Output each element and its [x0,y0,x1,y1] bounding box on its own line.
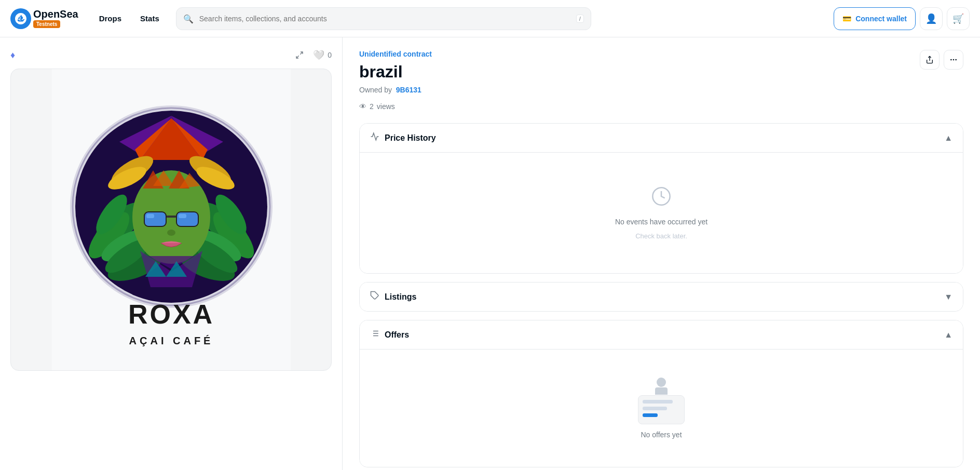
svg-rect-32 [146,214,154,218]
views-label: views [377,102,395,111]
price-history-title: Price History [385,133,436,143]
chart-icon [370,132,379,144]
stats-nav-link[interactable]: Stats [132,10,168,27]
like-count: 0 [328,51,332,59]
drops-nav-link[interactable]: Drops [91,10,130,27]
price-history-chevron-up-icon: ▲ [944,133,952,143]
ethereum-icon: ♦ [10,50,15,61]
nft-actions: 🤍 0 [292,48,332,62]
price-history-empty-title: No events have occurred yet [615,218,707,226]
testnets-badge: Testnets [33,20,60,28]
nft-image-header: ♦ 🤍 0 [10,48,332,62]
connect-wallet-button[interactable]: 💳 Connect wallet [834,7,916,30]
nft-title: brazil [359,62,963,82]
offers-empty-label: No offers yet [641,431,682,439]
price-history-section: Price History ▲ No events have occurred … [359,123,963,274]
search-input[interactable] [176,7,591,30]
like-area: 🤍 0 [313,49,332,61]
logo-area[interactable]: OpenSea Testnets [10,8,78,29]
listings-section: Listings ▼ [359,282,963,312]
nav-actions: 💳 Connect wallet 👤 🛒 [834,7,970,30]
offers-chevron-up-icon: ▲ [944,330,952,340]
logo-text: OpenSea [33,9,78,19]
price-history-empty-subtitle: Check back later. [635,232,687,240]
price-history-header[interactable]: Price History ▲ [360,124,963,152]
search-bar: 🔍 / [176,7,591,30]
offers-header[interactable]: Offers ▲ [360,320,963,349]
profile-button[interactable]: 👤 [920,7,943,30]
views-row: 👁 2 views [359,102,963,111]
eye-icon: 👁 [359,102,366,111]
svg-line-0 [301,52,303,55]
offers-icon [370,329,379,341]
more-options-button[interactable] [944,50,963,70]
opensea-logo-icon [10,8,31,29]
svg-rect-31 [166,216,176,218]
right-panel-wrapper: Unidentified contract brazil Owned by 9B… [359,50,963,467]
right-panel: Unidentified contract brazil Owned by 9B… [343,37,980,470]
nav-links: Drops Stats [91,10,168,27]
share-button[interactable] [920,50,940,70]
listings-chevron-down-icon: ▼ [944,292,952,302]
like-button[interactable]: 🤍 [313,49,324,61]
nft-image-container: ROXA AÇAI CAFÉ [10,69,332,371]
price-history-empty-state: No events have occurred yet Check back l… [370,165,952,261]
clock-icon [651,186,672,211]
listings-title-area: Listings [370,291,416,303]
views-count: 2 [370,102,374,111]
svg-text:AÇAI CAFÉ: AÇAI CAFÉ [129,335,213,346]
svg-point-49 [953,59,955,61]
profile-icon: 👤 [925,13,937,24]
owned-by-label: Owned by [359,86,392,94]
offers-title: Offers [385,330,409,340]
listings-header[interactable]: Listings ▼ [360,283,963,311]
listings-title: Listings [385,292,416,302]
offers-title-area: Offers [370,329,409,341]
tag-icon [370,291,379,303]
svg-line-1 [296,56,299,58]
offers-body: No offers yet [360,349,963,467]
price-history-body: No events have occurred yet Check back l… [360,152,963,273]
main-content: ♦ 🤍 0 [0,37,980,470]
connect-wallet-label: Connect wallet [855,15,907,23]
owner-link[interactable]: 9B6131 [396,86,421,94]
search-slash-indicator: / [576,15,584,23]
cart-button[interactable]: 🛒 [947,7,970,30]
offers-empty-illustration: No offers yet [370,362,952,454]
collection-link[interactable]: Unidentified contract [359,50,963,58]
svg-point-50 [955,59,957,61]
owned-by: Owned by 9B6131 [359,86,963,94]
navbar: OpenSea Testnets Drops Stats 🔍 / 💳 Conne… [0,0,980,37]
right-header-actions [920,50,963,70]
offers-section: Offers ▲ [359,320,963,467]
expand-button[interactable] [292,48,307,62]
svg-text:ROXA: ROXA [128,299,214,329]
left-panel: ♦ 🤍 0 [0,37,343,470]
svg-point-36 [167,230,175,236]
wallet-icon: 💳 [842,15,851,23]
nft-artwork: ROXA AÇAI CAFÉ [52,69,291,370]
svg-point-48 [950,59,952,61]
logo-text-area: OpenSea Testnets [33,9,78,28]
search-icon: 🔍 [183,14,194,23]
cart-icon: 🛒 [952,13,964,24]
price-history-title-area: Price History [370,132,436,144]
svg-rect-33 [179,214,186,218]
